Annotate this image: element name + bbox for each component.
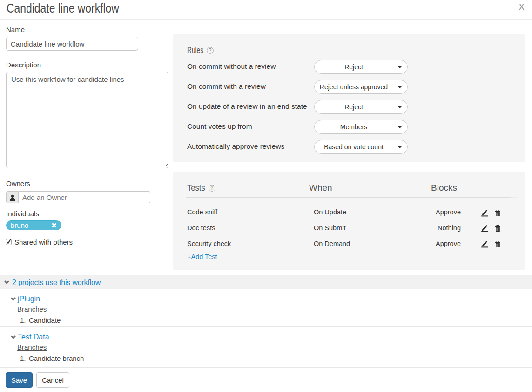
svg-text:?: ? [211,185,214,191]
svg-text:?: ? [209,47,212,53]
